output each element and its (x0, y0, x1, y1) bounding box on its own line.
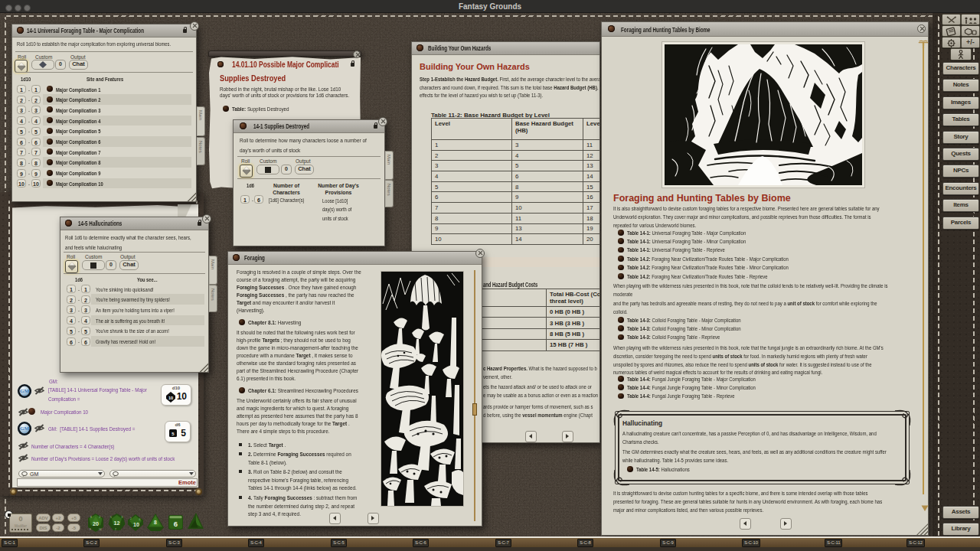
svg-text:7: 7 (115, 528, 116, 531)
svg-text:10: 10 (168, 396, 173, 400)
svg-text:5: 5 (110, 516, 112, 519)
svg-text:12: 12 (114, 520, 120, 527)
svg-text:8: 8 (154, 520, 157, 525)
svg-text:20: 20 (93, 520, 99, 527)
svg-text:8: 8 (90, 516, 92, 519)
svg-text:2: 2 (130, 517, 132, 520)
svg-text:10: 10 (133, 521, 139, 528)
svg-text:2: 2 (100, 516, 101, 519)
svg-text:9: 9 (90, 528, 91, 531)
svg-text:14: 14 (99, 528, 102, 531)
svg-text:3: 3 (122, 516, 123, 519)
svg-text:0: 0 (139, 518, 141, 521)
svg-text:6: 6 (174, 520, 178, 528)
